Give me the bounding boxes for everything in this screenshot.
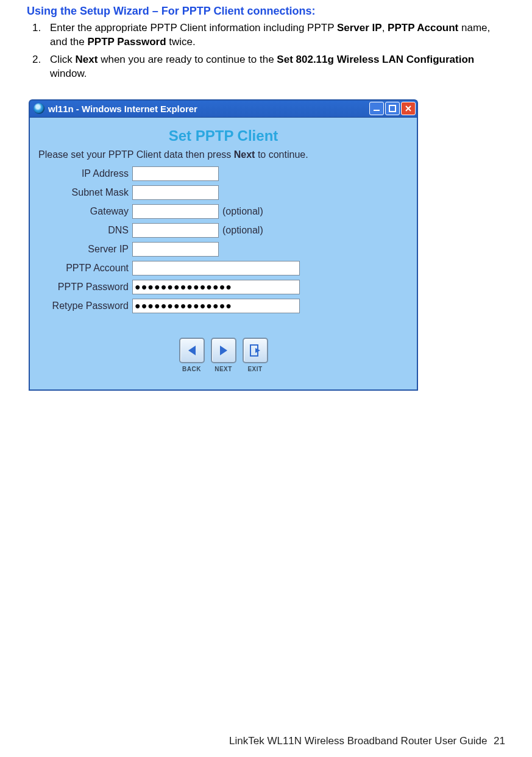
exit-button[interactable]: EXIT (243, 338, 268, 372)
exit-label: EXIT (247, 366, 262, 372)
step-bold: Next (76, 54, 98, 65)
page-number: 21 (494, 735, 505, 747)
server-ip-field[interactable] (132, 242, 219, 257)
label-pptp-password: PPTP Password (35, 282, 132, 293)
close-button[interactable] (401, 102, 416, 115)
step-bold: PPTP Password (87, 36, 166, 48)
next-icon (211, 338, 236, 363)
maximize-icon (389, 105, 396, 112)
back-label: BACK (182, 366, 201, 372)
footer-text: LinkTek WL11N Wireless Broadband Router … (229, 735, 487, 747)
retype-password-field[interactable]: ●●●●●●●●●●●●●●● (132, 299, 300, 313)
maximize-button[interactable] (385, 102, 400, 115)
step-text: when you are ready to continue to the (98, 54, 277, 65)
svg-marker-5 (220, 346, 227, 355)
window-title: wl11n - Windows Internet Explorer (48, 104, 369, 114)
row-pptp-password: PPTP Password ●●●●●●●●●●●●●●● (35, 280, 412, 294)
wizard-nav: BACK NEXT EXIT (35, 338, 412, 372)
close-icon (405, 105, 412, 112)
page-footer: LinkTek WL11N Wireless Broadband Router … (0, 735, 505, 747)
gateway-field[interactable] (132, 204, 219, 219)
window-controls (369, 102, 416, 115)
svg-rect-0 (374, 110, 380, 111)
exit-icon (243, 338, 268, 363)
section-heading: Using the Setup Wizard – For PPTP Client… (27, 5, 505, 18)
row-subnet-mask: Subnet Mask (35, 185, 412, 200)
label-server-ip: Server IP (35, 244, 132, 255)
window-body: Set PPTP Client Please set your PPTP Cli… (29, 118, 418, 391)
label-pptp-account: PPTP Account (35, 263, 132, 274)
row-server-ip: Server IP (35, 242, 412, 257)
step-text: Click (50, 54, 76, 65)
label-gateway: Gateway (35, 206, 132, 217)
pptp-account-field[interactable] (132, 261, 300, 275)
step-2: Click Next when you are ready to continu… (44, 53, 505, 81)
instruction-text: Please set your PPTP Client data then pr… (38, 149, 408, 160)
screenshot-window: wl11n - Windows Internet Explorer Set PP… (29, 99, 418, 391)
svg-marker-4 (188, 346, 196, 355)
minimize-button[interactable] (369, 102, 384, 115)
next-button-wizard[interactable]: NEXT (211, 338, 236, 372)
step-text: Enter the appropriate PPTP Client inform… (50, 22, 337, 34)
row-dns: DNS (optional) (35, 223, 412, 238)
window-titlebar: wl11n - Windows Internet Explorer (29, 99, 418, 118)
internet-explorer-icon (34, 103, 44, 114)
ip-address-field[interactable] (132, 166, 219, 181)
row-retype-password: Retype Password ●●●●●●●●●●●●●●● (35, 299, 412, 313)
row-gateway: Gateway (optional) (35, 204, 412, 219)
instruction-suffix: to continue. (255, 149, 308, 160)
optional-text: (optional) (222, 225, 263, 236)
back-icon (179, 338, 205, 363)
row-ip-address: IP Address (35, 166, 412, 181)
label-ip-address: IP Address (35, 168, 132, 179)
label-dns: DNS (35, 225, 132, 236)
instruction-list: Enter the appropriate PPTP Client inform… (44, 21, 505, 81)
minimize-icon (373, 105, 380, 112)
body-title: Set PPTP Client (35, 127, 412, 144)
back-button[interactable]: BACK (179, 338, 205, 372)
dns-field[interactable] (132, 223, 219, 238)
step-bold: Set 802.11g Wireless LAN Configuration (277, 54, 474, 65)
svg-rect-1 (389, 105, 395, 112)
step-bold: Server IP (337, 22, 382, 34)
step-1: Enter the appropriate PPTP Client inform… (44, 21, 505, 49)
step-text: , (382, 22, 388, 34)
label-subnet-mask: Subnet Mask (35, 187, 132, 198)
label-retype-password: Retype Password (35, 300, 132, 311)
optional-text: (optional) (222, 206, 263, 217)
next-label: NEXT (215, 366, 232, 372)
instruction-prefix: Please set your PPTP Client data then pr… (38, 149, 234, 160)
step-text: window. (50, 68, 87, 79)
subnet-mask-field[interactable] (132, 185, 219, 200)
page-content: Using the Setup Wizard – For PPTP Client… (0, 0, 532, 391)
instruction-bold: Next (234, 149, 255, 160)
pptp-password-field[interactable]: ●●●●●●●●●●●●●●● (132, 280, 300, 294)
row-pptp-account: PPTP Account (35, 261, 412, 275)
step-bold: PPTP Account (388, 22, 458, 34)
step-text: twice. (166, 36, 196, 48)
